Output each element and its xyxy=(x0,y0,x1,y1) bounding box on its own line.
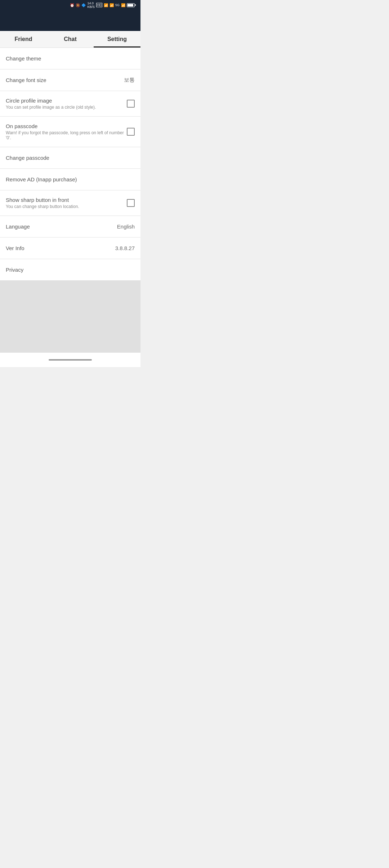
status-bar: ⏰ 🔕 🔷 14.0KB/S HD 📶 📶 5G 📶 xyxy=(0,0,140,10)
setting-item-language[interactable]: LanguageEnglish xyxy=(0,216,140,238)
setting-item-change-theme[interactable]: Change theme xyxy=(0,48,140,69)
setting-item-privacy[interactable]: Privacy xyxy=(0,259,140,281)
setting-item-change-passcode[interactable]: Change passcode xyxy=(0,147,140,169)
tab-bar: Friend Chat Setting xyxy=(0,31,140,48)
setting-title-circle-profile-image: Circle profile image xyxy=(6,98,127,104)
app-header xyxy=(0,10,140,31)
bluetooth-icon: 🔷 xyxy=(81,3,86,7)
setting-item-on-passcode[interactable]: On passcodeWarn! if you forgot the passc… xyxy=(0,117,140,147)
setting-item-circle-profile-image[interactable]: Circle profile imageYou can set profile … xyxy=(0,91,140,117)
setting-title-privacy: Privacy xyxy=(6,267,135,273)
home-indicator-bar xyxy=(0,353,140,367)
setting-item-change-font-size[interactable]: Change font size보통 xyxy=(0,69,140,91)
checkbox-circle-profile-image[interactable] xyxy=(127,100,135,108)
signal-5g-icon: 5G xyxy=(115,3,120,7)
setting-title-change-passcode: Change passcode xyxy=(6,155,135,161)
setting-right-change-font-size: 보통 xyxy=(124,77,135,83)
status-icons: ⏰ 🔕 🔷 14.0KB/S HD 📶 📶 5G 📶 xyxy=(70,1,136,9)
alarm-icon: ⏰ xyxy=(70,3,74,7)
home-indicator xyxy=(49,359,92,361)
setting-item-remove-ad[interactable]: Remove AD (Inapp purchase) xyxy=(0,169,140,190)
setting-title-change-theme: Change theme xyxy=(6,55,135,62)
mute-icon: 🔕 xyxy=(76,3,80,7)
tab-friend[interactable]: Friend xyxy=(0,31,47,48)
bottom-area xyxy=(0,281,140,353)
wifi-icon: 📶 xyxy=(104,3,108,7)
checkbox-show-sharp-button[interactable] xyxy=(127,199,135,207)
settings-list: Change themeChange font size보통Circle pro… xyxy=(0,48,140,281)
setting-title-ver-info: Ver Info xyxy=(6,245,112,251)
setting-subtitle-circle-profile-image: You can set profile image as a circle (o… xyxy=(6,105,127,110)
setting-item-ver-info[interactable]: Ver Info3.8.8.27 xyxy=(0,238,140,259)
data-speed: 14.0KB/S xyxy=(87,1,95,9)
setting-title-language: Language xyxy=(6,223,113,230)
signal-icon-1: 📶 xyxy=(109,3,114,7)
setting-title-show-sharp-button: Show sharp button in front xyxy=(6,197,127,203)
tab-chat[interactable]: Chat xyxy=(47,31,94,48)
setting-right-language: English xyxy=(117,223,135,230)
setting-title-on-passcode: On passcode xyxy=(6,123,127,129)
battery-icon xyxy=(127,3,135,7)
setting-item-show-sharp-button[interactable]: Show sharp button in frontYou can change… xyxy=(0,190,140,216)
checkbox-on-passcode[interactable] xyxy=(127,128,135,136)
setting-subtitle-show-sharp-button: You can change sharp button location. xyxy=(6,204,127,209)
setting-subtitle-on-passcode: Warn! if you forgot the passcode, long p… xyxy=(6,130,127,140)
setting-title-remove-ad: Remove AD (Inapp purchase) xyxy=(6,176,135,182)
tab-setting[interactable]: Setting xyxy=(94,31,140,48)
hd-icon: HD xyxy=(96,3,102,7)
signal-icon-2: 📶 xyxy=(121,3,125,7)
setting-right-ver-info: 3.8.8.27 xyxy=(115,245,135,251)
setting-title-change-font-size: Change font size xyxy=(6,77,120,83)
